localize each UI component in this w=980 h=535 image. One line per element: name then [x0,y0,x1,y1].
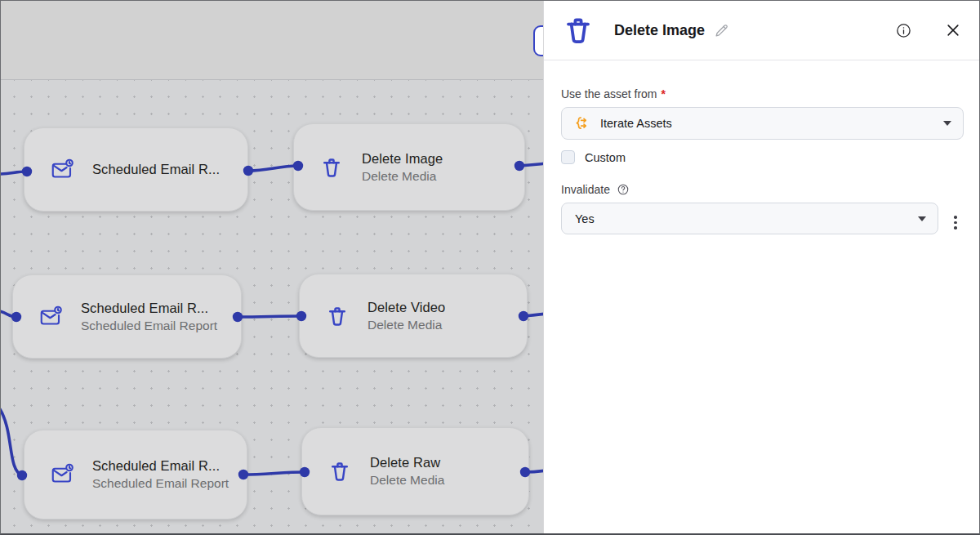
close-x-icon[interactable] [945,22,961,38]
canvas-toolbar [1,1,544,80]
invalidate-value: Yes [575,212,595,225]
app-window: Scheduled Email R... Delete Image Delete… [0,0,980,535]
panel-header: Delete Image [544,1,980,60]
info-circle-icon[interactable] [895,22,912,39]
invalidate-label: Invalidate [561,183,964,196]
kebab-menu-icon[interactable] [951,212,960,233]
custom-checkbox[interactable] [561,150,575,164]
asset-from-value: Iterate Assets [600,117,672,130]
chevron-down-icon [943,121,951,126]
node-subtitle: Scheduled Email Report [81,319,217,333]
node-delete-raw[interactable]: Delete Raw Delete Media [301,427,529,515]
node-scheduled-email-1[interactable]: Scheduled Email R... [24,127,248,212]
node-scheduled-email-2[interactable]: Scheduled Email R... Scheduled Email Rep… [12,274,242,359]
node-subtitle: Delete Media [368,318,445,332]
custom-checkbox-row[interactable]: Custom [561,150,964,164]
required-marker: * [662,87,666,100]
node-subtitle: Delete Media [370,473,444,488]
trash-icon [319,155,344,180]
node-config-panel: Delete Image [543,1,980,534]
node-title: Delete Video [368,300,445,315]
custom-checkbox-label: Custom [585,151,626,164]
node-delete-video[interactable]: Delete Video Delete Media [299,274,528,358]
node-subtitle: Scheduled Email Report [92,476,229,491]
invalidate-select[interactable]: Yes [561,203,938,234]
trash-icon [327,459,352,484]
node-scheduled-email-3[interactable]: Scheduled Email R... Scheduled Email Rep… [24,430,247,519]
scheduled-email-icon [50,462,74,487]
node-subtitle: Delete Media [362,169,443,184]
panel-title: Delete Image [614,22,705,39]
asset-from-label: Use the asset from * [561,87,964,100]
node-title: Delete Raw [370,455,444,470]
workflow-canvas[interactable]: Scheduled Email R... Delete Image Delete… [1,1,544,534]
trash-icon [325,304,350,328]
help-circle-icon[interactable] [617,183,630,196]
trash-icon [564,16,593,45]
asset-from-select[interactable]: Iterate Assets [561,107,964,140]
pencil-icon[interactable] [714,23,729,38]
node-title: Scheduled Email R... [81,301,217,316]
node-delete-image[interactable]: Delete Image Delete Media [293,123,525,211]
node-title: Scheduled Email R... [92,162,220,177]
panel-body: Use the asset from * Iterate Assets Cust… [544,60,980,234]
scheduled-email-icon [38,305,63,329]
node-title: Scheduled Email R... [92,458,229,474]
scheduled-email-icon [50,158,74,182]
chevron-down-icon [918,216,926,221]
iterate-assets-icon [573,115,590,132]
node-title: Delete Image [362,151,443,167]
